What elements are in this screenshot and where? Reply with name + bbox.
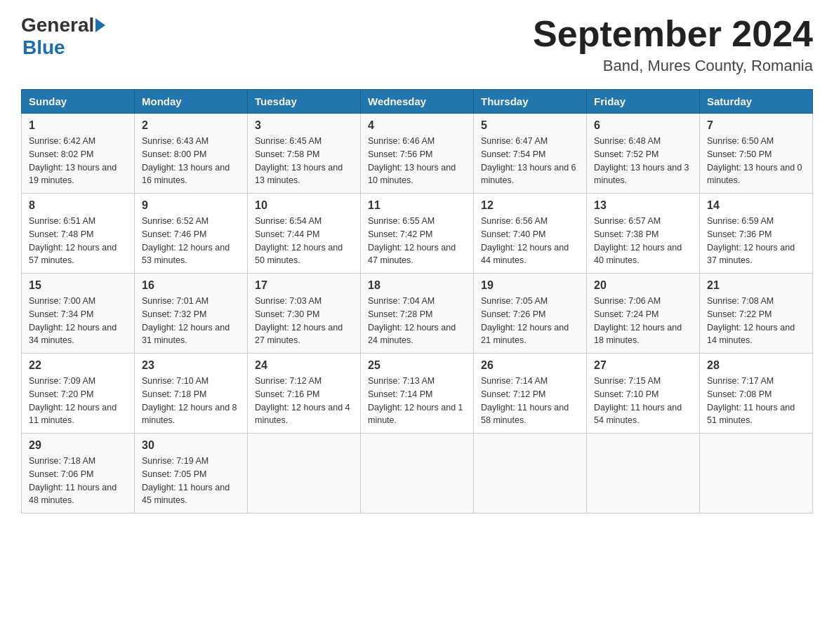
day-info: Sunrise: 7:19 AMSunset: 7:05 PMDaylight:… bbox=[142, 456, 230, 505]
col-saturday: Saturday bbox=[700, 90, 813, 114]
day-number: 3 bbox=[255, 119, 353, 132]
day-number: 25 bbox=[368, 359, 466, 372]
col-friday: Friday bbox=[587, 90, 700, 114]
day-number: 13 bbox=[594, 199, 692, 212]
table-row: 8 Sunrise: 6:51 AMSunset: 7:48 PMDayligh… bbox=[22, 194, 135, 274]
table-row: 28 Sunrise: 7:17 AMSunset: 7:08 PMDaylig… bbox=[700, 354, 813, 434]
month-title: September 2024 bbox=[533, 14, 813, 54]
day-info: Sunrise: 6:59 AMSunset: 7:36 PMDaylight:… bbox=[707, 216, 795, 265]
day-number: 5 bbox=[481, 119, 579, 132]
day-number: 14 bbox=[707, 199, 805, 212]
table-row: 15 Sunrise: 7:00 AMSunset: 7:34 PMDaylig… bbox=[22, 274, 135, 354]
table-row: 18 Sunrise: 7:04 AMSunset: 7:28 PMDaylig… bbox=[361, 274, 474, 354]
table-row: 21 Sunrise: 7:08 AMSunset: 7:22 PMDaylig… bbox=[700, 274, 813, 354]
table-row: 10 Sunrise: 6:54 AMSunset: 7:44 PMDaylig… bbox=[248, 194, 361, 274]
col-sunday: Sunday bbox=[22, 90, 135, 114]
day-info: Sunrise: 7:06 AMSunset: 7:24 PMDaylight:… bbox=[594, 296, 682, 345]
day-number: 19 bbox=[481, 279, 579, 292]
page-header: General Blue September 2024 Band, Mures … bbox=[21, 14, 813, 75]
day-info: Sunrise: 6:45 AMSunset: 7:58 PMDaylight:… bbox=[255, 136, 343, 185]
table-row: 22 Sunrise: 7:09 AMSunset: 7:20 PMDaylig… bbox=[22, 354, 135, 434]
table-row: 14 Sunrise: 6:59 AMSunset: 7:36 PMDaylig… bbox=[700, 194, 813, 274]
day-info: Sunrise: 6:43 AMSunset: 8:00 PMDaylight:… bbox=[142, 136, 230, 185]
calendar-week-row: 8 Sunrise: 6:51 AMSunset: 7:48 PMDayligh… bbox=[22, 194, 813, 274]
table-row: 17 Sunrise: 7:03 AMSunset: 7:30 PMDaylig… bbox=[248, 274, 361, 354]
table-row: 20 Sunrise: 7:06 AMSunset: 7:24 PMDaylig… bbox=[587, 274, 700, 354]
calendar-header-row: Sunday Monday Tuesday Wednesday Thursday… bbox=[22, 90, 813, 114]
table-row: 5 Sunrise: 6:47 AMSunset: 7:54 PMDayligh… bbox=[474, 114, 587, 194]
day-info: Sunrise: 7:12 AMSunset: 7:16 PMDaylight:… bbox=[255, 376, 350, 425]
table-row: 23 Sunrise: 7:10 AMSunset: 7:18 PMDaylig… bbox=[135, 354, 248, 434]
table-row: 7 Sunrise: 6:50 AMSunset: 7:50 PMDayligh… bbox=[700, 114, 813, 194]
day-number: 29 bbox=[29, 439, 127, 452]
table-row: 24 Sunrise: 7:12 AMSunset: 7:16 PMDaylig… bbox=[248, 354, 361, 434]
table-row: 27 Sunrise: 7:15 AMSunset: 7:10 PMDaylig… bbox=[587, 354, 700, 434]
day-number: 12 bbox=[481, 199, 579, 212]
table-row: 16 Sunrise: 7:01 AMSunset: 7:32 PMDaylig… bbox=[135, 274, 248, 354]
day-number: 27 bbox=[594, 359, 692, 372]
day-info: Sunrise: 6:54 AMSunset: 7:44 PMDaylight:… bbox=[255, 216, 343, 265]
day-info: Sunrise: 7:18 AMSunset: 7:06 PMDaylight:… bbox=[29, 456, 117, 505]
table-row: 26 Sunrise: 7:14 AMSunset: 7:12 PMDaylig… bbox=[474, 354, 587, 434]
table-row: 25 Sunrise: 7:13 AMSunset: 7:14 PMDaylig… bbox=[361, 354, 474, 434]
day-number: 18 bbox=[368, 279, 466, 292]
table-row bbox=[587, 434, 700, 514]
day-info: Sunrise: 6:48 AMSunset: 7:52 PMDaylight:… bbox=[594, 136, 689, 185]
day-info: Sunrise: 6:42 AMSunset: 8:02 PMDaylight:… bbox=[29, 136, 117, 185]
logo: General Blue bbox=[21, 14, 105, 59]
day-info: Sunrise: 7:00 AMSunset: 7:34 PMDaylight:… bbox=[29, 296, 117, 345]
day-number: 26 bbox=[481, 359, 579, 372]
day-info: Sunrise: 6:47 AMSunset: 7:54 PMDaylight:… bbox=[481, 136, 576, 185]
calendar-week-row: 29 Sunrise: 7:18 AMSunset: 7:06 PMDaylig… bbox=[22, 434, 813, 514]
col-thursday: Thursday bbox=[474, 90, 587, 114]
calendar-week-row: 1 Sunrise: 6:42 AMSunset: 8:02 PMDayligh… bbox=[22, 114, 813, 194]
table-row: 4 Sunrise: 6:46 AMSunset: 7:56 PMDayligh… bbox=[361, 114, 474, 194]
table-row bbox=[474, 434, 587, 514]
table-row: 1 Sunrise: 6:42 AMSunset: 8:02 PMDayligh… bbox=[22, 114, 135, 194]
day-info: Sunrise: 7:04 AMSunset: 7:28 PMDaylight:… bbox=[368, 296, 456, 345]
calendar-week-row: 22 Sunrise: 7:09 AMSunset: 7:20 PMDaylig… bbox=[22, 354, 813, 434]
day-info: Sunrise: 6:55 AMSunset: 7:42 PMDaylight:… bbox=[368, 216, 456, 265]
day-number: 8 bbox=[29, 199, 127, 212]
day-info: Sunrise: 6:50 AMSunset: 7:50 PMDaylight:… bbox=[707, 136, 802, 185]
table-row bbox=[700, 434, 813, 514]
table-row: 19 Sunrise: 7:05 AMSunset: 7:26 PMDaylig… bbox=[474, 274, 587, 354]
table-row bbox=[361, 434, 474, 514]
col-monday: Monday bbox=[135, 90, 248, 114]
day-info: Sunrise: 7:01 AMSunset: 7:32 PMDaylight:… bbox=[142, 296, 230, 345]
day-info: Sunrise: 6:46 AMSunset: 7:56 PMDaylight:… bbox=[368, 136, 456, 185]
col-wednesday: Wednesday bbox=[361, 90, 474, 114]
day-info: Sunrise: 7:03 AMSunset: 7:30 PMDaylight:… bbox=[255, 296, 343, 345]
table-row: 3 Sunrise: 6:45 AMSunset: 7:58 PMDayligh… bbox=[248, 114, 361, 194]
location-text: Band, Mures County, Romania bbox=[533, 57, 813, 75]
day-info: Sunrise: 7:15 AMSunset: 7:10 PMDaylight:… bbox=[594, 376, 682, 425]
day-number: 6 bbox=[594, 119, 692, 132]
table-row bbox=[248, 434, 361, 514]
day-number: 16 bbox=[142, 279, 240, 292]
day-number: 7 bbox=[707, 119, 805, 132]
day-number: 23 bbox=[142, 359, 240, 372]
table-row: 11 Sunrise: 6:55 AMSunset: 7:42 PMDaylig… bbox=[361, 194, 474, 274]
day-number: 30 bbox=[142, 439, 240, 452]
day-info: Sunrise: 7:08 AMSunset: 7:22 PMDaylight:… bbox=[707, 296, 795, 345]
day-info: Sunrise: 6:56 AMSunset: 7:40 PMDaylight:… bbox=[481, 216, 569, 265]
day-info: Sunrise: 6:52 AMSunset: 7:46 PMDaylight:… bbox=[142, 216, 230, 265]
logo-general-text: General bbox=[21, 14, 94, 36]
day-info: Sunrise: 7:17 AMSunset: 7:08 PMDaylight:… bbox=[707, 376, 795, 425]
day-number: 22 bbox=[29, 359, 127, 372]
day-number: 24 bbox=[255, 359, 353, 372]
day-number: 17 bbox=[255, 279, 353, 292]
calendar-table: Sunday Monday Tuesday Wednesday Thursday… bbox=[21, 89, 813, 514]
title-section: September 2024 Band, Mures County, Roman… bbox=[533, 14, 813, 75]
day-number: 9 bbox=[142, 199, 240, 212]
col-tuesday: Tuesday bbox=[248, 90, 361, 114]
day-info: Sunrise: 6:57 AMSunset: 7:38 PMDaylight:… bbox=[594, 216, 682, 265]
table-row: 13 Sunrise: 6:57 AMSunset: 7:38 PMDaylig… bbox=[587, 194, 700, 274]
calendar-week-row: 15 Sunrise: 7:00 AMSunset: 7:34 PMDaylig… bbox=[22, 274, 813, 354]
table-row: 30 Sunrise: 7:19 AMSunset: 7:05 PMDaylig… bbox=[135, 434, 248, 514]
day-number: 4 bbox=[368, 119, 466, 132]
table-row: 6 Sunrise: 6:48 AMSunset: 7:52 PMDayligh… bbox=[587, 114, 700, 194]
day-info: Sunrise: 6:51 AMSunset: 7:48 PMDaylight:… bbox=[29, 216, 117, 265]
table-row: 2 Sunrise: 6:43 AMSunset: 8:00 PMDayligh… bbox=[135, 114, 248, 194]
day-number: 11 bbox=[368, 199, 466, 212]
